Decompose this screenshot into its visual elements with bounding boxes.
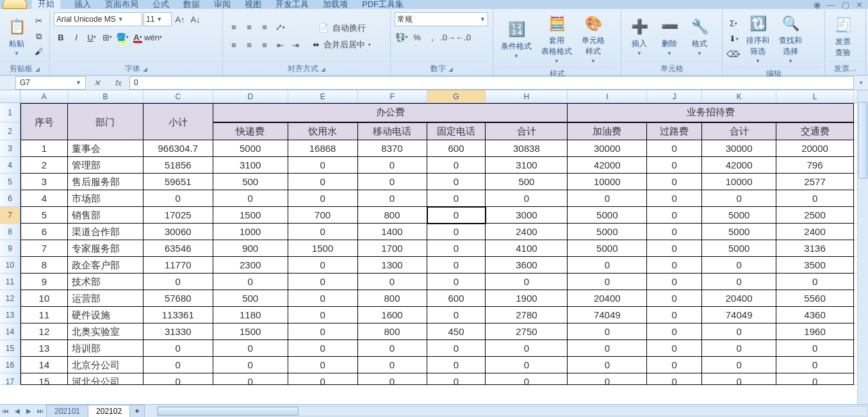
cell-fuel[interactable]: 42000 [568,157,647,174]
decrease-indent-button[interactable]: ⇤ [273,38,287,53]
cell-styles-button[interactable]: 🎨单元格 样式▼ [578,12,609,65]
percent-button[interactable]: % [410,30,424,44]
cell-landline[interactable]: 0 [427,340,486,357]
sheet-nav-prev[interactable]: ◀ [12,407,23,414]
cell-subtotal[interactable]: 0 [143,190,213,207]
cell-total1[interactable]: 0 [486,357,568,373]
number-format-combo[interactable]: 常规▼ [395,12,488,26]
currency-button[interactable]: 💱▾ [395,30,409,44]
cell-mobile[interactable]: 0 [358,190,427,207]
fill-button[interactable]: ⬇▾ [726,32,741,46]
colhdr-D[interactable]: D [213,90,288,102]
rowhdr-10[interactable]: 10 [0,257,20,274]
cell-mobile[interactable]: 0 [358,274,427,290]
align-middle-button[interactable]: ≡ [242,20,256,35]
cell-mobile[interactable]: 800 [358,207,427,224]
cell-mobile[interactable]: 0 [358,157,427,174]
cell-total2[interactable]: 0 [702,373,776,385]
copy-button[interactable]: ⧉ [31,29,45,44]
merge-center-button[interactable]: ⬌ 合并后居中▾ [308,38,375,52]
rowhdr-5[interactable]: 5 [0,174,20,190]
hdr-water[interactable]: 饮用水 [288,122,358,140]
cell-total2[interactable]: 20400 [702,290,776,307]
align-left-button[interactable]: ≡ [227,38,241,53]
cell-fuel[interactable]: 0 [568,373,647,385]
cell-landline[interactable]: 0 [427,207,486,224]
cancel-formula-icon[interactable]: ✕ [86,78,108,88]
cell-total1[interactable]: 4100 [486,240,568,257]
cell-total2[interactable]: 42000 [702,157,776,174]
rowhdr-8[interactable]: 8 [0,224,20,240]
colhdr-G[interactable]: G [427,90,486,102]
cell-landline[interactable]: 0 [427,357,486,373]
cell-water[interactable]: 0 [288,174,358,190]
colhdr-L[interactable]: L [776,90,854,102]
find-select-button[interactable]: 🔍查找和 选择▼ [775,12,806,65]
cell-express[interactable]: 0 [213,357,288,373]
expand-formula-bar-icon[interactable]: ▾ [854,79,868,86]
cell-seq[interactable]: 1 [20,140,68,157]
rowhdr-15[interactable]: 15 [0,340,20,357]
cell-fuel[interactable]: 30000 [568,140,647,157]
align-bottom-button[interactable]: ≡ [258,20,272,35]
increase-decimal-button[interactable]: .0→ [441,30,455,44]
hdr-transport[interactable]: 交通费 [776,122,854,140]
cell-seq[interactable]: 4 [20,190,68,207]
comma-button[interactable]: , [425,30,439,44]
rowhdr-13[interactable]: 13 [0,307,20,323]
cell-total1[interactable]: 3100 [486,157,568,174]
sheet-nav-first[interactable]: ⏮ [0,407,12,414]
cell-total1[interactable]: 3000 [486,207,568,224]
cell-fuel[interactable]: 5000 [568,224,647,240]
cell-seq[interactable]: 9 [20,274,68,290]
cell-total1[interactable]: 0 [486,340,568,357]
cell-mobile[interactable]: 0 [358,174,427,190]
cell-water[interactable]: 0 [288,357,358,373]
cell-express[interactable]: 3100 [213,157,288,174]
cell-total2[interactable]: 5000 [702,207,776,224]
vertical-scrollbar[interactable] [857,90,868,404]
cell-express[interactable]: 0 [213,190,288,207]
cell-seq[interactable]: 10 [20,290,68,307]
cell-fuel[interactable]: 0 [568,257,647,274]
cell-express[interactable]: 900 [213,240,288,257]
cell-dept[interactable]: 董事会 [68,140,143,157]
cell-express[interactable]: 0 [213,274,288,290]
colhdr-I[interactable]: I [568,90,647,102]
cell-dept[interactable]: 售后服务部 [68,174,143,190]
cell-toll[interactable]: 0 [647,340,702,357]
cell-seq[interactable]: 7 [20,240,68,257]
paste-button[interactable]: 📋 粘贴 ▼ [4,15,29,58]
decrease-decimal-button[interactable]: ←.0 [456,30,470,44]
cell-toll[interactable]: 0 [647,357,702,373]
cell-dept[interactable]: 河北分公司 [68,373,143,385]
cell-water[interactable]: 0 [288,307,358,323]
cell-seq[interactable]: 15 [20,373,68,385]
cell-seq[interactable]: 3 [20,174,68,190]
cell-seq[interactable]: 2 [20,157,68,174]
colhdr-F[interactable]: F [358,90,427,102]
cell-landline[interactable]: 0 [427,257,486,274]
cell-toll[interactable]: 0 [647,207,702,224]
select-all-corner[interactable] [0,90,20,102]
tab-developer[interactable]: 开发工具 [275,0,309,10]
font-color-button[interactable]: A▾ [131,30,145,44]
cell-toll[interactable]: 0 [647,190,702,207]
cell-mobile[interactable]: 8370 [358,140,427,157]
rowhdr-11[interactable]: 11 [0,274,20,290]
cell-express[interactable]: 500 [213,174,288,190]
cell-dept[interactable]: 政企客户部 [68,257,143,274]
cell-seq[interactable]: 5 [20,207,68,224]
cell-total2[interactable]: 0 [702,190,776,207]
cell-transport[interactable]: 3500 [776,257,854,274]
font-name-combo[interactable]: Arial Unicode MS▼ [54,12,142,26]
cell-transport[interactable]: 0 [776,190,854,207]
cell-subtotal[interactable]: 0 [143,357,213,373]
cell-mobile[interactable]: 1300 [358,257,427,274]
cell-total2[interactable]: 30000 [702,140,776,157]
number-dialog-icon[interactable]: ◢ [448,66,453,72]
cell-dept[interactable]: 渠道合作部 [68,224,143,240]
cell-subtotal[interactable]: 0 [143,274,213,290]
cell-total1[interactable]: 500 [486,174,568,190]
rowhdr-17[interactable]: 17 [0,373,20,385]
